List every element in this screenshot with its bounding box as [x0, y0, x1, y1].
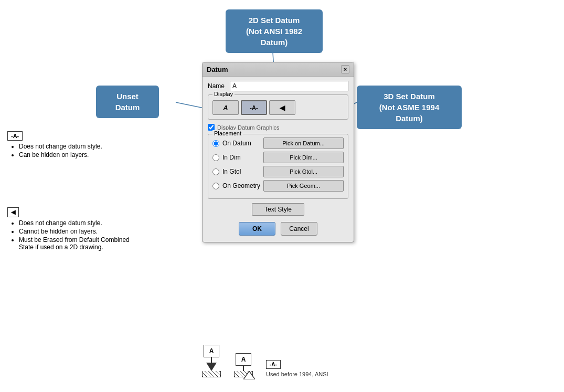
display-btn-unset[interactable]: A [212, 100, 239, 115]
datum-box-a: A [204, 345, 219, 357]
display-group-label: Display [212, 91, 235, 97]
annotation-symbol1-bullets: Does not change datum style. Can be hidd… [12, 143, 102, 158]
callout-2d-set-datum: 2D Set Datum (Not ANSI 1982 Datum) [226, 9, 323, 53]
ok-button[interactable]: OK [239, 222, 275, 236]
placement-group-label: Placement [212, 130, 243, 136]
callout-unset-datum: Unset Datum [96, 86, 159, 118]
triangle-filled [206, 363, 217, 371]
text-style-button[interactable]: Text Style [252, 203, 304, 216]
name-input[interactable] [230, 81, 348, 91]
label-in-gtol: In Gtol [222, 168, 260, 175]
bullet-2-1: Does not change datum style. [19, 219, 134, 227]
pick-geom-button[interactable]: Pick Geom... [263, 180, 344, 192]
label-on-datum: On Datum [222, 140, 260, 147]
display-group: Display A -A- ◀ [208, 94, 348, 120]
ansi-symbol-box: -A- [266, 360, 281, 369]
placement-on-datum: On Datum Pick on Datum... [212, 137, 344, 149]
radio-in-gtol[interactable] [212, 168, 219, 175]
placement-in-gtol: In Gtol Pick Gtol... [212, 166, 344, 177]
name-row: Name [208, 81, 348, 91]
radio-on-geometry[interactable] [212, 183, 219, 189]
dialog-title: Datum [207, 66, 228, 73]
bullet-1-2: Can be hidden on layers. [19, 151, 102, 158]
stem-line-1 [211, 357, 212, 363]
display-btn-3d[interactable]: ◀ [269, 100, 295, 115]
annotation-symbol1-area: -A- Does not change datum style. Can be … [7, 131, 102, 160]
datum-dialog: Datum × Name Display A -A- ◀ Display Dat… [202, 62, 354, 242]
cancel-button[interactable]: Cancel [281, 222, 317, 236]
svg-marker-4 [243, 371, 255, 379]
pick-dim-button[interactable]: Pick Dim... [263, 152, 344, 163]
datum-box-a2: A [236, 353, 251, 366]
datum-symbol-filled: A [202, 345, 221, 377]
callout-3d-set-datum: 3D Set Datum (Not ASME 1994 Datum) [357, 86, 462, 129]
annotation-symbol2-bullets: Does not change datum style. Cannot be h… [12, 219, 134, 251]
dialog-close-button[interactable]: × [341, 65, 349, 73]
bottom-diagram: A A -A- Used before 1994, ANSI [202, 345, 328, 377]
bullet-2-3: Must be Erased from Default Combined Sta… [19, 236, 134, 251]
placement-in-dim: In Dim Pick Dim... [212, 152, 344, 163]
name-label: Name [208, 82, 227, 90]
display-datum-graphics-label: Display Datum Graphics [217, 124, 280, 131]
dialog-footer: OK Cancel [208, 220, 348, 237]
triangle-outline [243, 371, 255, 379]
label-on-geometry: On Geometry [222, 182, 260, 189]
annotation-symbol2-area: ◀ Does not change datum style. Cannot be… [7, 207, 134, 252]
placement-group: Placement On Datum Pick on Datum... In D… [208, 134, 348, 199]
datum-symbol-ansi: -A- Used before 1994, ANSI [266, 360, 328, 377]
radio-in-dim[interactable] [212, 154, 219, 161]
pick-on-datum-button[interactable]: Pick on Datum... [263, 137, 344, 149]
hatching-1 [202, 371, 221, 377]
display-buttons: A -A- ◀ [212, 100, 344, 115]
bullet-2-2: Cannot be hidden on layers. [19, 228, 134, 235]
annotation-symbol1-icon: -A- [7, 131, 23, 141]
dialog-titlebar: Datum × [203, 62, 354, 77]
stem-line-2 [243, 366, 244, 371]
placement-on-geometry: On Geometry Pick Geom... [212, 180, 344, 192]
ansi-note: Used before 1994, ANSI [266, 371, 328, 377]
annotation-symbol2-icon: ◀ [7, 207, 19, 217]
pick-gtol-button[interactable]: Pick Gtol... [263, 166, 344, 177]
label-in-dim: In Dim [222, 154, 260, 161]
dialog-body: Name Display A -A- ◀ Display Datum Graph… [203, 77, 354, 242]
display-btn-2d[interactable]: -A- [241, 100, 267, 115]
radio-on-datum[interactable] [212, 140, 219, 147]
datum-symbol-outline: A [234, 353, 253, 377]
bullet-1-1: Does not change datum style. [19, 143, 102, 150]
